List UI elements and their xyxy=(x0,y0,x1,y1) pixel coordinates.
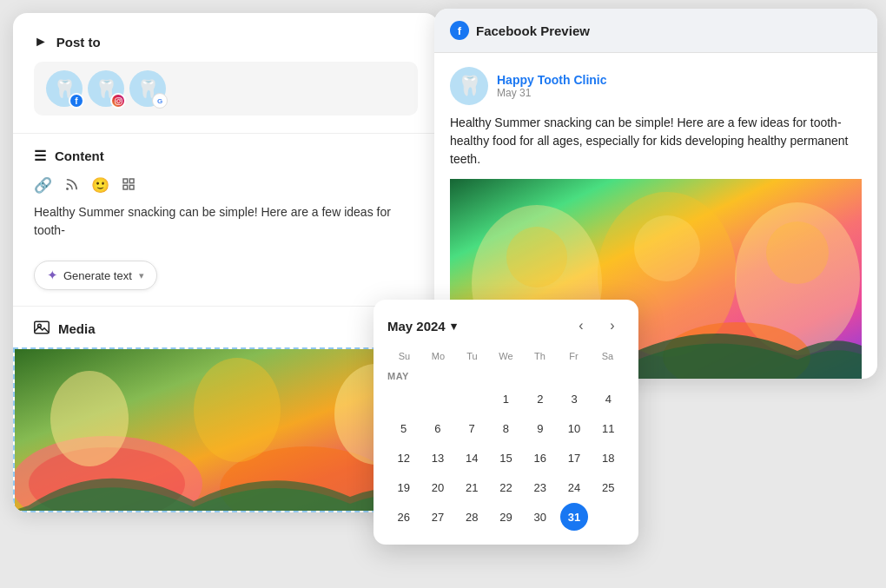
fb-author-row: 🦷 Happy Tooth Clinic May 31 xyxy=(450,67,862,105)
fb-author-info: Happy Tooth Clinic May 31 xyxy=(497,73,607,99)
calendar-day-9[interactable]: 9 xyxy=(526,414,554,442)
month-select[interactable]: May 2024 ▾ xyxy=(387,319,457,334)
calendar-day-30[interactable]: 30 xyxy=(526,503,554,531)
account-avatar-google[interactable]: 🦷 G xyxy=(129,70,166,107)
day-header-th: Th xyxy=(523,348,557,364)
chevron-down-icon: ▾ xyxy=(139,270,144,281)
day-header-mo: Mo xyxy=(421,348,455,364)
media-label: Media xyxy=(58,321,96,336)
fb-preview-label: Facebook Preview xyxy=(476,23,590,38)
calendar-grid: Su Mo Tu We Th Fr Sa MAY1234567891011121… xyxy=(387,348,625,531)
post-text-area[interactable]: Healthy Summer snacking can be simple! H… xyxy=(34,203,418,245)
fb-preview-header: f Facebook Preview xyxy=(434,9,877,53)
calendar-day-7[interactable]: 7 xyxy=(458,414,486,442)
svg-rect-8 xyxy=(35,321,50,334)
media-header: Media xyxy=(34,320,418,337)
svg-rect-4 xyxy=(123,179,128,183)
calendar-day-19[interactable]: 19 xyxy=(390,473,418,501)
calendar-day-22[interactable]: 22 xyxy=(492,473,519,501)
post-to-label: Post to xyxy=(56,35,101,50)
content-header: ☰ Content xyxy=(34,148,418,164)
calendar-day-6[interactable]: 6 xyxy=(424,414,452,442)
calendar-day-26[interactable]: 26 xyxy=(390,503,418,531)
rss-icon[interactable] xyxy=(64,177,79,195)
calendar-day-31[interactable]: 31 xyxy=(560,503,588,531)
dropdown-icon: ▾ xyxy=(451,320,457,333)
svg-point-15 xyxy=(194,358,281,462)
calendar-day-1[interactable]: 1 xyxy=(492,385,519,413)
calendar-day-5[interactable]: 5 xyxy=(390,414,418,442)
emoji-icon[interactable]: 🙂 xyxy=(91,176,109,195)
svg-rect-6 xyxy=(123,185,128,189)
calendar-day-17[interactable]: 17 xyxy=(560,444,588,472)
calendar-day-18[interactable]: 18 xyxy=(594,444,622,472)
svg-point-25 xyxy=(634,215,700,281)
calendar-day-14[interactable]: 14 xyxy=(458,444,486,472)
fb-author-name: Happy Tooth Clinic xyxy=(497,73,607,87)
calendar-day-8[interactable]: 8 xyxy=(492,414,519,442)
content-lines-icon: ☰ xyxy=(34,148,46,164)
calendar-day-10[interactable]: 10 xyxy=(560,414,588,442)
svg-point-26 xyxy=(766,221,829,284)
next-month-button[interactable]: › xyxy=(600,314,625,338)
calendar-day-13[interactable]: 13 xyxy=(424,444,452,472)
calendar-day-empty xyxy=(390,385,418,413)
calendar-day-3[interactable]: 3 xyxy=(560,385,588,413)
svg-point-3 xyxy=(67,188,68,188)
calendar-month-label: May 2024 xyxy=(387,319,446,334)
svg-rect-5 xyxy=(129,179,134,183)
calendar-day-23[interactable]: 23 xyxy=(526,473,554,501)
svg-point-24 xyxy=(506,227,567,287)
calendar-day-4[interactable]: 4 xyxy=(594,385,622,413)
day-header-we: We xyxy=(489,348,523,364)
calendar-day-25[interactable]: 25 xyxy=(594,473,622,501)
calendar-day-2[interactable]: 2 xyxy=(526,385,554,413)
account-avatar-instagram[interactable]: 🦷 xyxy=(88,70,124,107)
day-header-tu: Tu xyxy=(455,348,489,364)
image-icon xyxy=(34,320,50,337)
fb-author-avatar: 🦷 xyxy=(450,67,488,105)
account-avatar-facebook[interactable]: 🦷 f xyxy=(46,70,83,107)
calendar-day-29[interactable]: 29 xyxy=(492,503,519,531)
calendar-day-12[interactable]: 12 xyxy=(390,444,418,472)
divider-1 xyxy=(13,133,439,134)
post-to-header: ► Post to xyxy=(34,34,418,50)
calendar-day-empty xyxy=(458,385,486,413)
content-tools-bar: 🔗 🙂 xyxy=(34,176,418,195)
month-name-label: MAY xyxy=(387,367,625,383)
calendar-day-20[interactable]: 20 xyxy=(424,473,452,501)
generate-text-button[interactable]: ✦ Generate text ▾ xyxy=(34,261,157,290)
svg-point-2 xyxy=(120,98,121,99)
calendar-days-grid: MAY1234567891011121314151617181920212223… xyxy=(387,367,625,531)
calendar-day-15[interactable]: 15 xyxy=(492,444,519,472)
content-label: Content xyxy=(55,149,104,163)
link-icon[interactable]: 🔗 xyxy=(34,176,52,195)
calendar-day-24[interactable]: 24 xyxy=(560,473,588,501)
calendar-day-empty xyxy=(594,503,622,531)
calendar-day-27[interactable]: 27 xyxy=(424,503,452,531)
prev-month-button[interactable]: ‹ xyxy=(569,314,593,338)
calendar-overlay: May 2024 ▾ ‹ › Su Mo Tu We Th Fr Sa MAY1… xyxy=(374,300,638,545)
svg-point-14 xyxy=(50,371,129,466)
calendar-nav: ‹ › xyxy=(569,314,625,338)
facebook-badge: f xyxy=(69,93,84,109)
calendar-day-11[interactable]: 11 xyxy=(594,414,622,442)
facebook-icon: f xyxy=(450,21,469,40)
instagram-badge xyxy=(110,93,126,109)
calendar-day-21[interactable]: 21 xyxy=(458,473,486,501)
accounts-row: 🦷 f 🦷 🦷 G xyxy=(34,62,418,116)
day-header-sa: Sa xyxy=(591,348,625,364)
fb-post-text: Healthy Summer snacking can be simple! H… xyxy=(450,114,862,168)
google-badge: G xyxy=(152,93,168,109)
day-header-fr: Fr xyxy=(557,348,591,364)
sparkle-icon: ✦ xyxy=(47,268,58,283)
day-header-su: Su xyxy=(387,348,421,364)
generate-text-label: Generate text xyxy=(63,269,132,282)
calendar-header: May 2024 ▾ ‹ › xyxy=(387,314,625,338)
calendar-day-empty xyxy=(424,385,452,413)
svg-point-1 xyxy=(116,99,120,102)
calendar-day-16[interactable]: 16 xyxy=(526,444,554,472)
grid-icon[interactable] xyxy=(122,177,136,194)
calendar-day-28[interactable]: 28 xyxy=(458,503,486,531)
day-headers-row: Su Mo Tu We Th Fr Sa xyxy=(387,348,625,364)
